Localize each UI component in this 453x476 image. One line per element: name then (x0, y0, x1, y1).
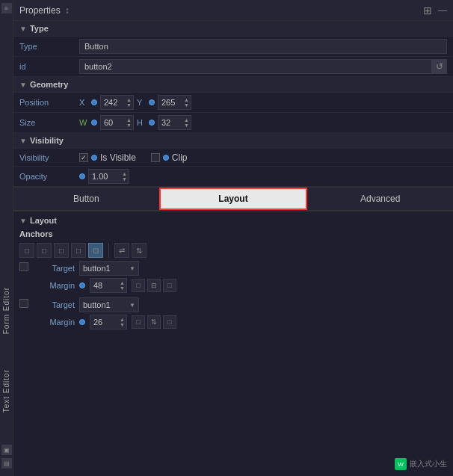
anchor-checkbox-1[interactable] (19, 262, 28, 271)
size-row: Size W ▲ ▼ H ▲ ▼ (13, 113, 453, 133)
margin-down-2[interactable]: ▼ (120, 322, 125, 327)
layout-section-title: Layout (30, 216, 57, 225)
w-spinner[interactable]: ▲ ▼ (100, 115, 134, 130)
h-spinner[interactable]: ▲ ▼ (158, 115, 191, 130)
anchor-row-2: Target button1 ▼ Margin ▲ (19, 297, 447, 330)
anchor-btn-3[interactable]: □ (54, 243, 69, 258)
anchor-checkbox-2[interactable] (19, 299, 28, 308)
menu-icon[interactable]: — (438, 5, 447, 16)
w-coord-label: W (79, 118, 88, 127)
margin-icon-btn-1b[interactable]: ⊟ (147, 279, 161, 292)
is-visible-area: Is Visible (79, 152, 136, 163)
type-arrow-icon: ▼ (19, 25, 27, 33)
is-visible-checkbox[interactable] (79, 153, 88, 162)
main-panel: Properties ↕ ⊞ — ▼ Type Type id ↺ (13, 0, 453, 476)
id-reset-button[interactable]: ↺ (432, 59, 447, 74)
tab-layout[interactable]: Layout (159, 188, 308, 210)
margin-up-1[interactable]: ▲ (120, 280, 125, 285)
properties-title: Properties (19, 5, 61, 16)
anchor-content-1: Target button1 ▼ Margin ▲ (37, 261, 447, 293)
w-down-arrow[interactable]: ▼ (126, 123, 132, 128)
tabs-bar: Button Layout Advanced (13, 187, 453, 211)
target-dropdown-2[interactable]: button1 ▼ (79, 297, 139, 312)
margin-up-2[interactable]: ▲ (120, 317, 125, 322)
type-row: Type (13, 37, 453, 57)
x-input[interactable] (104, 98, 128, 107)
visibility-section-header[interactable]: ▼ Visibility (13, 133, 453, 149)
y-up-arrow[interactable]: ▲ (184, 97, 189, 102)
target-label-1: Target (37, 264, 75, 273)
text-editor-label: Text Editor (2, 366, 10, 415)
id-input[interactable] (79, 59, 432, 74)
x-up-arrow[interactable]: ▲ (126, 97, 132, 102)
properties-sort-icon[interactable]: ↕ (65, 5, 70, 16)
bottom-icon-2[interactable]: ▤ (1, 458, 12, 469)
anchor-btn-4[interactable]: □ (71, 243, 86, 258)
bottom-icon-1[interactable]: ▣ (1, 445, 12, 455)
margin-spinner-2[interactable]: ▲ ▼ (90, 315, 127, 330)
type-section-header[interactable]: ▼ Type (13, 21, 453, 37)
target-dropdown-1[interactable]: button1 ▼ (79, 261, 139, 276)
w-input[interactable] (104, 118, 128, 127)
x-dot-indicator (91, 99, 97, 105)
layout-section-header[interactable]: ▼ Layout (19, 216, 447, 225)
margin-icon-btn-2b[interactable]: ⇅ (147, 315, 161, 329)
y-dot-indicator (149, 99, 155, 105)
target-dropdown-arrow-1: ▼ (129, 265, 135, 272)
visibility-label: Visibility (19, 153, 79, 162)
margin-down-1[interactable]: ▼ (120, 285, 125, 291)
layout-arrow-icon: ▼ (19, 217, 27, 225)
margin-icon-btn-1c[interactable]: □ (163, 279, 176, 292)
w-up-arrow[interactable]: ▲ (126, 117, 132, 123)
margin-icon-btn-2a[interactable]: □ (132, 315, 145, 329)
type-value-area (79, 39, 447, 54)
y-input[interactable] (161, 98, 185, 107)
size-label: Size (19, 118, 79, 127)
type-input[interactable] (79, 39, 447, 54)
margin-input-1[interactable] (93, 281, 119, 290)
anchor-btn-5[interactable]: ⊡ (88, 243, 103, 258)
tab-advanced[interactable]: Advanced (307, 188, 453, 210)
x-spinner[interactable]: ▲ ▼ (100, 95, 134, 110)
is-visible-dot (91, 155, 97, 161)
side-icons: ≡ (1, 3, 12, 13)
add-layout-icon[interactable]: ⊞ (423, 4, 432, 16)
anchor-btn-2[interactable]: □ (37, 243, 52, 258)
h-up-arrow[interactable]: ▲ (184, 117, 189, 123)
side-icon-top[interactable]: ≡ (1, 3, 12, 13)
margin-row-1: Margin ▲ ▼ □ ⊟ □ (37, 278, 447, 293)
opacity-spinner-arrows: ▲ ▼ (122, 171, 127, 182)
opacity-spinner[interactable]: ▲ ▼ (88, 169, 129, 184)
visibility-section-title: Visibility (30, 136, 64, 145)
target-value-1: button1 (83, 264, 111, 273)
y-spinner[interactable]: ▲ ▼ (158, 95, 191, 110)
margin-icon-btn-1a[interactable]: □ (132, 279, 145, 292)
margin-spinner-1[interactable]: ▲ ▼ (90, 278, 127, 293)
geometry-section: ▼ Geometry Position X ▲ ▼ Y (13, 77, 453, 133)
wechat-icon: W (395, 458, 407, 470)
anchor-btn-1[interactable]: □ (19, 243, 34, 258)
geometry-section-header[interactable]: ▼ Geometry (13, 77, 453, 93)
target-label-2: Target (37, 300, 75, 309)
margin-icons-1: □ ⊟ □ (132, 279, 176, 292)
margin-icon-btn-2c[interactable]: □ (163, 315, 176, 329)
h-spinner-arrows: ▲ ▼ (184, 117, 189, 128)
opacity-down-arrow[interactable]: ▼ (122, 176, 127, 182)
h-down-arrow[interactable]: ▼ (184, 123, 189, 128)
clip-checkbox[interactable] (151, 153, 160, 162)
anchor-btn-6[interactable]: ⇌ (114, 243, 129, 258)
main-content: ▼ Layout Anchors □ □ □ □ ⊡ ⇌ ⇅ (13, 211, 453, 476)
tab-button[interactable]: Button (13, 188, 159, 210)
visibility-section: ▼ Visibility Visibility Is Visible Clip … (13, 133, 453, 187)
opacity-dot (79, 173, 85, 179)
anchor-btn-7[interactable]: ⇅ (132, 243, 147, 258)
opacity-up-arrow[interactable]: ▲ (122, 171, 127, 176)
h-input[interactable] (161, 118, 185, 127)
y-down-arrow[interactable]: ▼ (184, 102, 189, 108)
geometry-arrow-icon: ▼ (19, 81, 27, 89)
x-down-arrow[interactable]: ▼ (126, 102, 132, 108)
margin-input-2[interactable] (93, 318, 119, 327)
top-right-icons: ⊞ — (423, 4, 447, 16)
layout-section: ▼ Layout Anchors □ □ □ □ ⊡ ⇌ ⇅ (13, 211, 453, 339)
opacity-input[interactable] (92, 172, 122, 181)
